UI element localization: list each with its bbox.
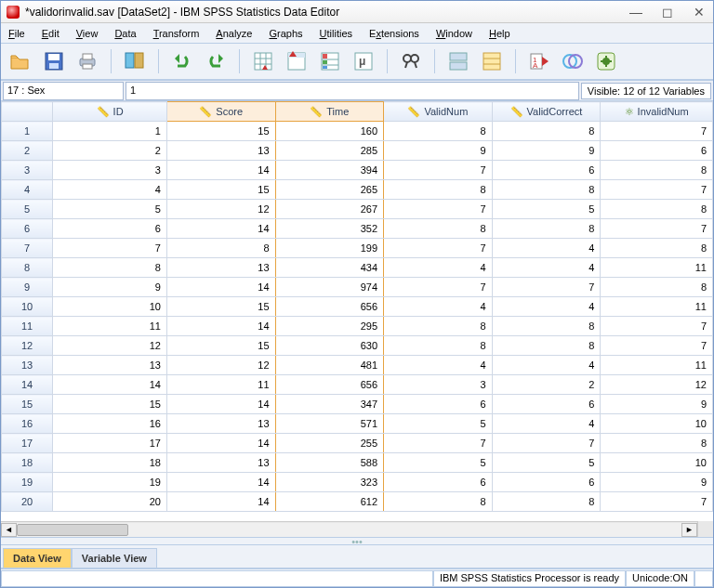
cell[interactable]: 571 — [275, 414, 384, 434]
cell[interactable]: 6 — [53, 219, 167, 239]
cell[interactable]: 8 — [384, 122, 493, 141]
row-header[interactable]: 1 — [2, 122, 53, 141]
recall-dialog-icon[interactable] — [121, 47, 149, 75]
use-sets-icon[interactable] — [559, 47, 587, 75]
table-row[interactable]: 5512267758 — [2, 200, 713, 219]
table-row[interactable]: 778199748 — [2, 239, 713, 258]
cell[interactable]: 6 — [601, 141, 713, 161]
row-header[interactable]: 18 — [2, 453, 53, 473]
row-header[interactable]: 12 — [2, 336, 53, 356]
cell[interactable]: 11 — [601, 356, 713, 375]
cell[interactable]: 656 — [275, 375, 384, 395]
table-row[interactable]: 1010156564411 — [2, 297, 713, 317]
cell[interactable]: 4 — [492, 356, 601, 375]
col-id[interactable]: 📏ID — [53, 102, 167, 122]
find-icon[interactable] — [397, 47, 425, 75]
cell[interactable]: 12 — [166, 200, 275, 219]
cell[interactable]: 394 — [275, 161, 384, 180]
table-row[interactable]: 1818135885510 — [2, 453, 713, 473]
cell[interactable]: 7 — [384, 434, 493, 453]
cell[interactable]: 7 — [384, 200, 493, 219]
table-row[interactable]: 9914974778 — [2, 278, 713, 297]
scroll-left-icon[interactable]: ◄ — [1, 523, 17, 537]
row-header[interactable]: 9 — [2, 278, 53, 297]
cell[interactable]: 14 — [166, 161, 275, 180]
variables-icon[interactable] — [316, 47, 344, 75]
table-row[interactable]: 3314394768 — [2, 161, 713, 180]
cell[interactable]: 8 — [53, 258, 167, 278]
cell[interactable]: 4 — [492, 258, 601, 278]
cell[interactable]: 8 — [384, 219, 493, 239]
row-header[interactable]: 17 — [2, 434, 53, 453]
scroll-right-icon[interactable]: ► — [681, 523, 697, 537]
cell[interactable]: 13 — [166, 453, 275, 473]
scroll-thumb[interactable] — [17, 524, 128, 536]
row-header[interactable]: 14 — [2, 375, 53, 395]
cell[interactable]: 8 — [384, 336, 493, 356]
cell[interactable]: 4 — [53, 180, 167, 200]
cell[interactable]: 14 — [166, 219, 275, 239]
menu-help[interactable]: Help — [489, 28, 510, 39]
pane-resize-grip[interactable]: ••• — [1, 537, 713, 544]
cell[interactable]: 4 — [492, 414, 601, 434]
col-score[interactable]: 📏Score — [166, 102, 275, 122]
tab-data-view[interactable]: Data View — [3, 548, 72, 568]
maximize-button[interactable]: ◻ — [659, 5, 676, 20]
col-validcorrect[interactable]: 📏ValidCorrect — [492, 102, 601, 122]
table-row[interactable]: 1115160887 — [2, 122, 713, 141]
table-row[interactable]: 171714255778 — [2, 434, 713, 453]
cell[interactable]: 1 — [53, 122, 167, 141]
row-header[interactable]: 5 — [2, 200, 53, 219]
cell[interactable]: 8 — [601, 434, 713, 453]
cell[interactable]: 11 — [601, 258, 713, 278]
cell[interactable]: 8 — [601, 278, 713, 297]
menu-file[interactable]: File — [8, 28, 25, 39]
goto-case-icon[interactable] — [249, 47, 277, 75]
cell[interactable]: 4 — [384, 297, 493, 317]
cell[interactable]: 13 — [53, 356, 167, 375]
open-icon[interactable] — [7, 47, 34, 75]
minimize-button[interactable]: — — [628, 5, 644, 20]
cell[interactable]: 255 — [275, 434, 384, 453]
cell[interactable]: 15 — [166, 336, 275, 356]
horizontal-scrollbar[interactable]: ◄ ► — [1, 521, 697, 537]
row-header[interactable]: 6 — [2, 219, 53, 239]
cell[interactable]: 2 — [492, 375, 601, 395]
cell-reference[interactable]: 17 : Sex — [3, 82, 124, 100]
cell[interactable]: 8 — [601, 200, 713, 219]
col-invalidnum[interactable]: ⚛InvalidNum — [601, 102, 713, 122]
cell[interactable]: 5 — [492, 453, 601, 473]
cell[interactable]: 5 — [53, 200, 167, 219]
row-header[interactable]: 20 — [2, 492, 53, 512]
table-row[interactable]: 88134344411 — [2, 258, 713, 278]
cell[interactable]: 8 — [492, 219, 601, 239]
row-header[interactable]: 3 — [2, 161, 53, 180]
row-header[interactable]: 16 — [2, 414, 53, 434]
cell[interactable]: 323 — [275, 473, 384, 492]
cell[interactable]: 13 — [166, 414, 275, 434]
row-header[interactable]: 10 — [2, 297, 53, 317]
row-header[interactable]: 4 — [2, 180, 53, 200]
cell[interactable]: 6 — [384, 473, 493, 492]
print-icon[interactable] — [73, 47, 101, 75]
cell[interactable]: 160 — [275, 122, 384, 141]
cell[interactable]: 8 — [601, 239, 713, 258]
menu-graphs[interactable]: Graphs — [269, 28, 302, 39]
cell[interactable]: 8 — [492, 336, 601, 356]
cell[interactable]: 15 — [166, 122, 275, 141]
cell[interactable]: 19 — [53, 473, 167, 492]
cell[interactable]: 265 — [275, 180, 384, 200]
cell[interactable]: 7 — [53, 239, 167, 258]
cell[interactable]: 9 — [384, 141, 493, 161]
weight-cases-icon[interactable] — [478, 47, 506, 75]
cell[interactable]: 267 — [275, 200, 384, 219]
table-row[interactable]: 111114295887 — [2, 317, 713, 336]
cell[interactable]: 18 — [53, 453, 167, 473]
cell[interactable]: 7 — [492, 278, 601, 297]
data-grid[interactable]: 📏ID 📏Score 📏Time 📏ValidNum 📏ValidCorrect… — [1, 101, 713, 544]
cell[interactable]: 13 — [166, 141, 275, 161]
run-descriptives-icon[interactable]: μ — [350, 47, 377, 75]
cell[interactable]: 7 — [601, 492, 713, 512]
menu-transform[interactable]: Transform — [153, 28, 200, 39]
cell[interactable]: 10 — [601, 453, 713, 473]
